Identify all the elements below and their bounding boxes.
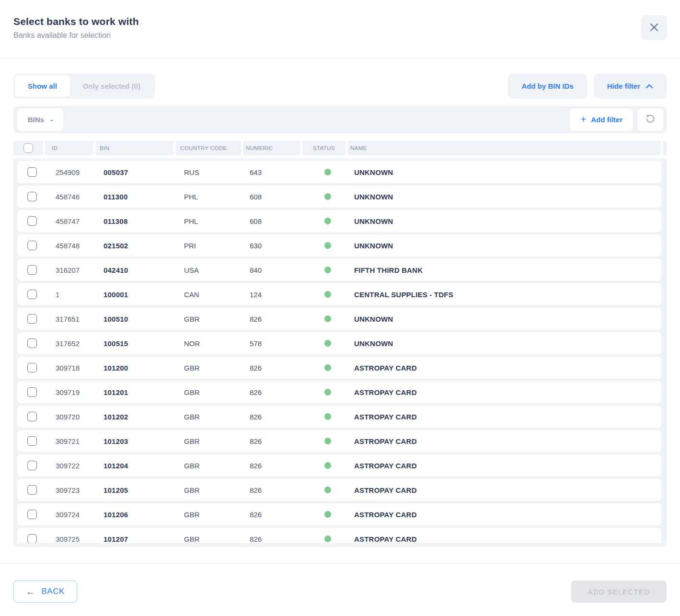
cell-country-code: PHL [179, 217, 245, 225]
cell-numeric: 643 [247, 168, 304, 176]
row-checkbox-cell [17, 241, 47, 250]
table-row[interactable]: 309724 101206 GBR 826 ASTROPAY CARD [17, 503, 661, 525]
row-checkbox[interactable] [27, 241, 37, 250]
column-header-country-code[interactable]: COUNTRY CODE [175, 141, 241, 155]
column-header-id[interactable]: ID [45, 141, 93, 155]
toolbar-right: Add by BIN IDs Hide filter [508, 74, 667, 98]
cell-country-code: GBR [179, 486, 245, 494]
table-row[interactable]: 254909 005037 RUS 643 UNKNOWN [17, 161, 661, 183]
row-checkbox[interactable] [27, 338, 37, 348]
cell-bin: 011300 [99, 193, 177, 201]
cell-name: ASTROPAY CARD [351, 462, 661, 470]
cell-country-code: GBR [179, 535, 245, 543]
row-checkbox[interactable] [27, 485, 37, 495]
table-row[interactable]: 309721 101203 GBR 826 ASTROPAY CARD [17, 430, 661, 452]
row-checkbox-cell [17, 314, 47, 324]
table-row[interactable]: 309723 101205 GBR 826 ASTROPAY CARD [17, 479, 661, 501]
row-checkbox-cell [17, 436, 47, 446]
cell-bin: 100001 [99, 291, 177, 299]
column-header-status[interactable]: STATUS [302, 141, 346, 155]
table-row[interactable]: 309722 101204 GBR 826 ASTROPAY CARD [17, 454, 661, 477]
add-selected-button[interactable]: ADD SELECTED [571, 581, 667, 603]
cell-status [306, 462, 349, 469]
cell-id: 458746 [49, 193, 97, 201]
table-row[interactable]: 458746 011300 PHL 608 UNKNOWN [17, 186, 661, 208]
row-checkbox-cell [17, 216, 47, 226]
cell-status [306, 315, 349, 322]
header-scrollbar-spacer [663, 141, 667, 155]
table-row[interactable]: 458747 011308 PHL 608 UNKNOWN [17, 210, 661, 232]
column-header-name[interactable]: NAME [347, 141, 661, 155]
row-checkbox[interactable] [27, 363, 37, 372]
tab-show-all[interactable]: Show all [15, 75, 70, 97]
modal-header: Select banks to work with Banks availabl… [0, 0, 680, 58]
table-row[interactable]: 317651 100510 GBR 826 UNKNOWN [17, 308, 661, 330]
tab-only-selected[interactable]: Only selected (0) [70, 75, 153, 97]
row-checkbox[interactable] [27, 534, 37, 543]
cell-bin: 101206 [99, 511, 177, 519]
row-checkbox-cell [17, 363, 47, 372]
table-row[interactable]: 309720 101202 GBR 826 ASTROPAY CARD [17, 406, 661, 428]
bins-filter-chip[interactable]: BINs - [17, 108, 63, 131]
row-checkbox[interactable] [27, 265, 37, 275]
cell-bin: 101203 [99, 437, 177, 445]
cell-country-code: GBR [179, 437, 245, 445]
table-row[interactable]: 309719 101201 GBR 826 ASTROPAY CARD [17, 381, 661, 403]
table-row[interactable]: 458748 021502 PRI 630 UNKNOWN [17, 234, 661, 256]
table-scroll-viewport[interactable]: 254909 005037 RUS 643 UNKNOWN 458746 011… [17, 161, 661, 543]
status-dot [324, 315, 331, 322]
column-header-numeric[interactable]: NUMERIC [243, 141, 300, 155]
cell-numeric: 840 [247, 266, 304, 274]
cell-numeric: 826 [247, 413, 304, 421]
banks-table: ID BIN COUNTRY CODE NUMERIC STATUS NAME … [13, 141, 667, 547]
back-button[interactable]: ← BACK [13, 581, 77, 603]
add-filter-button[interactable]: + Add filter [570, 108, 633, 131]
cell-id: 309719 [49, 388, 97, 396]
close-button[interactable] [641, 15, 667, 40]
cell-status [306, 438, 349, 444]
cell-status [306, 291, 349, 298]
cell-id: 254909 [49, 168, 97, 176]
table-row[interactable]: 309725 101207 GBR 826 ASTROPAY CARD [17, 528, 661, 543]
table-row[interactable]: 317652 100515 NOR 578 UNKNOWN [17, 332, 661, 354]
cell-id: 458747 [49, 217, 97, 225]
add-by-bin-ids-button[interactable]: Add by BIN IDs [508, 74, 587, 98]
cell-name: UNKNOWN [351, 242, 661, 250]
back-arrow-icon: ← [26, 587, 35, 596]
bins-chip-value: - [50, 116, 53, 124]
cell-country-code: PRI [179, 242, 245, 250]
cell-name: ASTROPAY CARD [351, 388, 661, 396]
cell-name: UNKNOWN [351, 315, 661, 323]
cell-name: UNKNOWN [351, 193, 661, 201]
row-checkbox[interactable] [27, 436, 37, 446]
row-checkbox[interactable] [27, 412, 37, 421]
cell-numeric: 826 [247, 315, 304, 323]
row-checkbox[interactable] [27, 216, 37, 226]
cell-bin: 101202 [99, 413, 177, 421]
table-row[interactable]: 1 100001 CAN 124 CENTRAL SUPPLIES - TDFS [17, 283, 661, 305]
table-row[interactable]: 316207 042410 USA 840 FIFTH THIRD BANK [17, 259, 661, 281]
select-all-checkbox[interactable] [23, 143, 33, 153]
row-checkbox[interactable] [27, 290, 37, 299]
row-checkbox[interactable] [27, 387, 37, 397]
row-checkbox[interactable] [27, 167, 37, 177]
cell-country-code: NOR [179, 339, 245, 348]
column-header-bin[interactable]: BIN [95, 141, 173, 155]
row-checkbox[interactable] [27, 461, 37, 470]
row-checkbox[interactable] [27, 510, 37, 519]
cell-id: 309718 [49, 364, 97, 372]
cell-country-code: PHL [179, 193, 245, 201]
row-checkbox-cell [17, 412, 47, 421]
row-checkbox[interactable] [27, 314, 37, 324]
hide-filter-button[interactable]: Hide filter [594, 74, 667, 98]
status-dot [324, 218, 331, 224]
cell-status [306, 413, 349, 420]
cell-bin: 005037 [99, 168, 177, 176]
add-filter-label: Add filter [591, 116, 622, 124]
reset-filters-button[interactable] [637, 108, 663, 131]
table-row[interactable]: 309718 101200 GBR 826 ASTROPAY CARD [17, 357, 661, 379]
status-dot [324, 462, 331, 469]
cell-status [306, 535, 349, 542]
row-checkbox[interactable] [27, 192, 37, 201]
status-dot [324, 340, 331, 347]
